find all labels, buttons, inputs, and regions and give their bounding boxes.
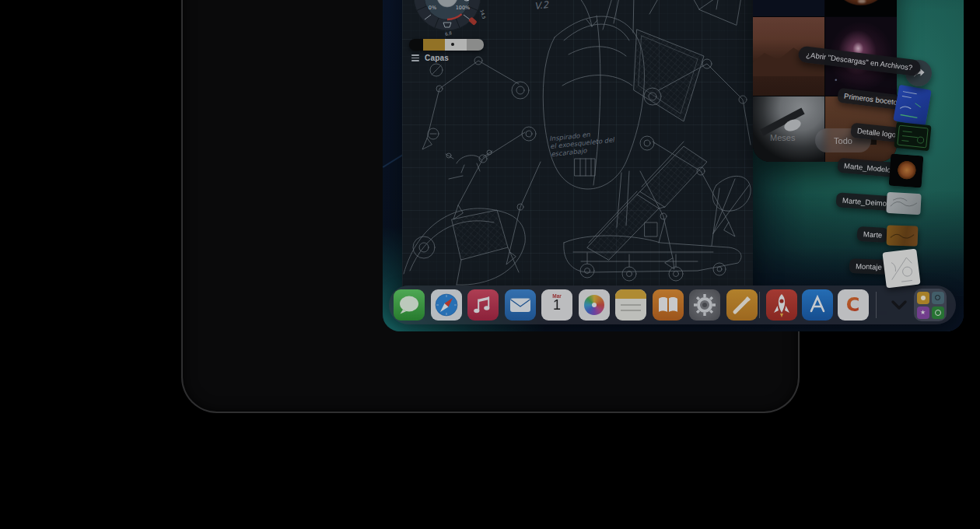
wallpaper-diagonal-line (383, 154, 403, 168)
books-app-icon[interactable] (653, 289, 684, 321)
mail-app-icon[interactable] (505, 289, 536, 321)
messages-app-icon[interactable] (394, 289, 425, 321)
timer-mini-icon (932, 307, 944, 319)
photo-nebula-horsehead[interactable] (753, 0, 824, 16)
layers-button[interactable]: Capas (411, 54, 449, 62)
drag-item-thumbnail[interactable] (882, 248, 920, 288)
camera-mini-icon (932, 292, 944, 304)
photos-app-icon[interactable] (579, 289, 610, 321)
svg-text:14,5: 14,5 (479, 9, 486, 20)
app-store-icon[interactable] (802, 289, 833, 321)
dock-divider (759, 292, 760, 318)
layers-menu-icon (411, 54, 419, 61)
notes-app-icon[interactable] (615, 289, 646, 321)
calendar-day: 1 (541, 297, 572, 314)
drag-item-thumbnail[interactable] (886, 192, 921, 215)
ipad-device: Diseño_concep... 59% 90° PRO (181, 0, 800, 413)
tab-meses[interactable]: Meses (770, 133, 795, 142)
dock-divider (876, 292, 877, 318)
layers-label: Capas (425, 54, 449, 62)
safari-app-icon[interactable] (431, 289, 462, 321)
dock: Mar 1 C (389, 286, 956, 324)
swatch-selector-dot (451, 43, 454, 46)
drag-item-thumbnail[interactable] (894, 122, 931, 152)
drag-item-thumbnail[interactable] (889, 154, 924, 188)
star-mini-icon: ★ (917, 307, 929, 319)
drag-item-label[interactable]: Marte (857, 226, 889, 243)
drag-item-thumbnail[interactable] (887, 225, 919, 246)
opacity-max: 100% (456, 5, 471, 11)
settings-app-icon[interactable] (689, 289, 720, 321)
calendar-app-icon[interactable]: Mar 1 (541, 289, 572, 321)
photo-mars-planet[interactable] (825, 0, 897, 16)
drag-item-label[interactable]: Montaje (849, 258, 888, 275)
svg-text:6,8: 6,8 (445, 30, 453, 37)
pen-app-icon[interactable] (726, 289, 758, 321)
rocket-app-icon[interactable] (766, 289, 797, 321)
ipad-screen: Diseño_concep... 59% 90° PRO (383, 0, 964, 331)
music-app-icon[interactable] (467, 289, 499, 321)
annotation-version: V.2 (534, 1, 549, 10)
app-group-icon[interactable]: ★ (914, 289, 947, 321)
drag-item-thumbnail[interactable] (893, 85, 932, 127)
tips-mini-icon (917, 292, 929, 304)
chevron-down-icon[interactable] (891, 300, 908, 310)
tool-wheel[interactable]: 1,6 1,6 pts (404, 0, 490, 41)
photo-spacecraft[interactable] (753, 96, 824, 162)
opacity-min: 0% (429, 5, 436, 11)
paint-app-icon[interactable]: C (838, 289, 869, 321)
paint-c-glyph: C (846, 294, 860, 316)
drawing-app-window: Diseño_concep... 59% 90° PRO (402, 0, 753, 296)
